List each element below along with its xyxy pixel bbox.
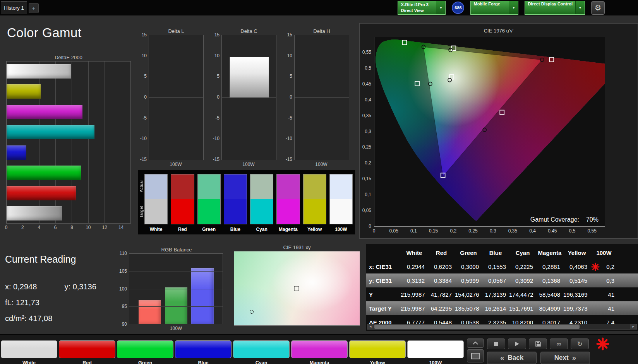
swatch-pair: [250, 174, 273, 224]
swatch-label: Blue: [224, 227, 247, 232]
axis-tick-label: 0,15: [362, 176, 371, 181]
chevron-right-icon: »: [572, 354, 576, 362]
table-cell: 196,3169: [563, 291, 590, 298]
table-cell: 151,7691: [509, 305, 536, 312]
patch-button-yellow[interactable]: [349, 340, 406, 358]
axis-tick-label: 14: [118, 225, 123, 230]
table-cell: 0,5999: [455, 277, 482, 284]
meter-dropdown[interactable]: X-Rite i1Pro 3 Direct View ▼: [398, 1, 446, 15]
swatch-actual: [224, 174, 247, 199]
scrollbar-track[interactable]: [374, 324, 630, 329]
refresh-button[interactable]: ↻: [571, 338, 589, 349]
axis-tick-label: -15: [140, 157, 147, 162]
chart-title: RGB Balance: [116, 246, 224, 253]
patch-button-red[interactable]: [59, 340, 115, 358]
swatch-target: [250, 199, 273, 224]
table-cell: 215,9987: [401, 305, 428, 312]
deltae-bar-blue: [7, 145, 26, 160]
axis-tick-label: 100: [119, 286, 127, 292]
axis-tick-label: 0,55: [362, 50, 371, 55]
display-control-dropdown[interactable]: Direct Display Control ▼: [525, 1, 585, 15]
swatch-target: [224, 199, 247, 224]
scrollbar-thumb[interactable]: [374, 325, 580, 329]
table-cell: 0,2944: [401, 263, 428, 270]
patch-button-white[interactable]: [1, 340, 57, 358]
swatch-actual: [304, 174, 326, 199]
current-reading-panel: Current Reading x: 0,2948 y: 0,3136 fL: …: [5, 254, 96, 323]
swatch-label: Yellow: [303, 227, 326, 232]
axis-tick-label: 0,2: [450, 228, 456, 234]
swatch-column: 100W: [329, 174, 353, 232]
rgb-bar-red: [139, 300, 161, 324]
row-label: Target Y: [366, 305, 401, 312]
pattern-bar: WhiteRedGreenBlueCyanMagentaYellow100W: [0, 334, 638, 364]
add-tab-button[interactable]: +: [29, 3, 39, 13]
patch-button-blue[interactable]: [175, 340, 232, 358]
table-cell: 0,3000: [455, 263, 482, 270]
save-button[interactable]: [529, 338, 547, 349]
axis-tick-label: 2: [21, 225, 24, 230]
pattern-patch: Blue: [175, 340, 232, 364]
swatch-pair: [144, 174, 168, 224]
axis-tick-label: 12: [102, 225, 107, 230]
horizontal-scrollbar[interactable]: ◄ ►: [367, 324, 637, 330]
meter-dropdown-label: X-Rite i1Pro 3 Direct View: [398, 1, 436, 14]
axis-tick-label: 0,45: [548, 228, 557, 234]
axis-tick-label: 0,5: [569, 228, 576, 234]
history-tab[interactable]: History 1: [1, 1, 27, 14]
chevron-up-icon: [472, 342, 478, 345]
axis-tick-label: -10: [286, 136, 292, 141]
axis-tick-label: 6: [54, 225, 57, 230]
transport-controls: ∞ ↻: [487, 338, 589, 349]
deltae2000-x-axis: 02468101214: [6, 225, 131, 232]
chevron-down-icon[interactable]: ▼: [436, 1, 445, 14]
scroll-left-button[interactable]: ◄: [367, 324, 374, 329]
swatch-column: Magenta: [276, 174, 300, 232]
patch-button-100w[interactable]: [407, 340, 464, 358]
table-cell: 154,0276: [455, 291, 482, 298]
next-button[interactable]: Next »: [540, 352, 590, 364]
collapse-button[interactable]: [467, 338, 484, 348]
axis-tick-label: 5: [217, 73, 220, 79]
patch-button-cyan[interactable]: [233, 340, 290, 358]
chevron-down-icon[interactable]: ▼: [509, 1, 518, 14]
patch-label: Red: [59, 360, 115, 364]
chevron-down-icon[interactable]: ▼: [575, 1, 585, 14]
axis-tick-label: 0,3: [490, 228, 496, 234]
table-cell: 17,3139: [482, 291, 509, 298]
swatch-column: Blue: [224, 174, 247, 232]
axis-tick-label: -5: [288, 115, 292, 121]
table-cell: 174,4472: [509, 291, 536, 298]
pattern-patch: Yellow: [349, 340, 406, 364]
axis-tick-label: -15: [286, 157, 292, 162]
chart-title: Delta L: [137, 28, 204, 35]
axis-tick-label: 0,25: [468, 228, 477, 234]
back-button[interactable]: « Back: [487, 352, 537, 364]
scroll-right-button[interactable]: ►: [630, 324, 636, 329]
axis-tick-label: 0: [369, 224, 371, 229]
source-dropdown[interactable]: Mobile Forge ▼: [470, 1, 518, 15]
loop-button[interactable]: ∞: [550, 338, 568, 349]
axis-tick-label: 0,4: [529, 228, 536, 234]
patch-label: 100W: [407, 360, 464, 364]
axis-tick-label: 0,05: [389, 228, 398, 234]
cie1931-plot: [234, 251, 360, 326]
patch-button-magenta[interactable]: [291, 340, 348, 358]
swatch-pair: [224, 174, 247, 224]
swatch-target: [171, 199, 194, 224]
settings-button[interactable]: ⚙: [591, 1, 605, 15]
pattern-patch: Red: [59, 340, 115, 364]
stop-button[interactable]: [487, 338, 505, 349]
axis-tick-label: -10: [140, 136, 147, 141]
deltae-bar-red: [7, 186, 76, 200]
deltae-bars: [7, 62, 130, 223]
axis-tick-label: 105: [119, 268, 127, 274]
patch-button-green[interactable]: [117, 340, 173, 358]
measurement-marker: [250, 310, 254, 314]
play-button[interactable]: [508, 338, 526, 349]
rgb-bar-blue: [191, 268, 214, 324]
column-header: Blue: [482, 250, 509, 256]
pattern-window-button[interactable]: [467, 349, 484, 362]
axis-tick-label: -5: [142, 115, 147, 121]
patch-label: Cyan: [233, 360, 290, 364]
